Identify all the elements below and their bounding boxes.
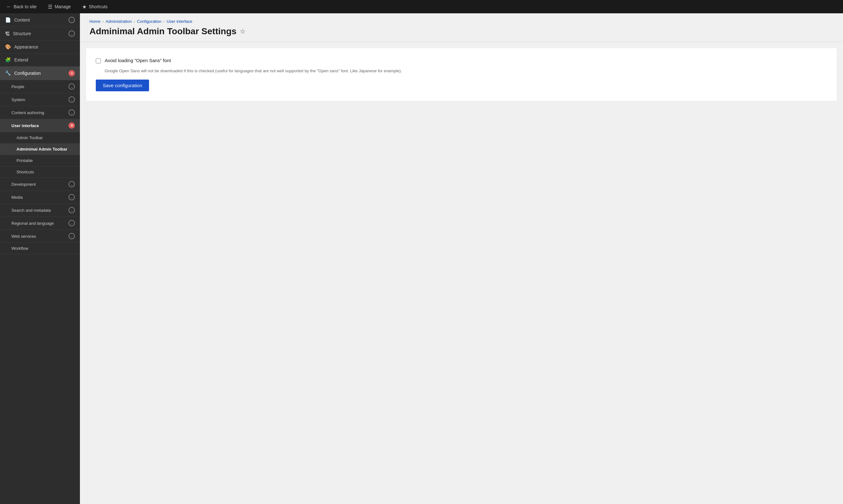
sidebar-item-web-services[interactable]: Web services ⌄ [0,230,80,243]
breadcrumb: Home › Administration › Configuration › … [89,19,833,24]
development-chevron-icon: ⌄ [69,181,75,187]
avoid-font-checkbox[interactable] [96,58,101,64]
sidebar-item-structure[interactable]: 🏗 Structure ⌄ [0,27,80,40]
user-interface-close-icon[interactable]: ✕ [69,122,75,129]
sidebar-item-content-authoring[interactable]: Content authoring ⌄ [0,106,80,119]
appearance-icon: 🎨 [5,44,11,50]
avoid-font-row: Avoid loading "Open Sans" font [96,58,827,64]
back-to-site-button[interactable]: ← Back to site [4,2,39,11]
sidebar-item-workflow[interactable]: Workflow [0,243,80,254]
sidebar: 📄 Content ⌄ 🏗 Structure ⌄ 🎨 Appearance [0,13,80,504]
breadcrumb-user-interface[interactable]: User interface [166,19,192,24]
page-content: Avoid loading "Open Sans" font Google Op… [86,48,837,101]
sidebar-item-admin-toolbar[interactable]: Admin Toolbar [0,132,80,144]
web-services-chevron-icon: ⌄ [69,233,75,239]
sidebar-item-printable[interactable]: Printable [0,155,80,166]
save-configuration-button[interactable]: Save configuration [96,79,149,91]
sidebar-item-search-and-metadata[interactable]: Search and metadata ⌄ [0,204,80,217]
content-authoring-chevron-icon: ⌄ [69,109,75,116]
configuration-icon: 🔧 [5,70,11,76]
sidebar-item-people[interactable]: People ⌄ [0,80,80,93]
extend-icon: 🧩 [5,57,11,63]
favorite-star-icon[interactable]: ☆ [240,28,245,35]
content-area: Home › Administration › Configuration › … [80,13,843,504]
manage-icon: ☰ [48,4,52,10]
back-icon: ← [6,4,12,10]
main-layout: 📄 Content ⌄ 🏗 Structure ⌄ 🎨 Appearance [0,13,843,504]
content-chevron-icon: ⌄ [69,17,75,23]
search-metadata-chevron-icon: ⌄ [69,207,75,213]
sidebar-item-media[interactable]: Media ⌄ [0,191,80,204]
sidebar-item-system[interactable]: System ⌄ [0,93,80,106]
manage-button[interactable]: ☰ Manage [45,2,73,11]
breadcrumb-home[interactable]: Home [89,19,101,24]
regional-language-chevron-icon: ⌄ [69,220,75,226]
media-chevron-icon: ⌄ [69,194,75,200]
shortcuts-button[interactable]: ★ Shortcuts [80,2,110,11]
page-title: Adminimal Admin Toolbar Settings ☆ [89,26,833,36]
structure-icon: 🏗 [5,31,10,36]
sidebar-item-shortcuts[interactable]: Shortcuts [0,166,80,178]
breadcrumb-configuration[interactable]: Configuration [137,19,161,24]
sidebar-item-appearance[interactable]: 🎨 Appearance [0,40,80,54]
breadcrumb-administration[interactable]: Administration [106,19,131,24]
sidebar-item-adminimal-admin-toolbar[interactable]: Adminimal Admin Toolbar [0,144,80,155]
page-header: Home › Administration › Configuration › … [80,13,843,42]
structure-chevron-icon: ⌄ [69,31,75,37]
sidebar-item-regional-and-language[interactable]: Regional and language ⌄ [0,217,80,230]
sidebar-item-user-interface[interactable]: User interface ✕ [0,119,80,132]
system-chevron-icon: ⌄ [69,96,75,103]
people-chevron-icon: ⌄ [69,83,75,90]
sidebar-item-configuration[interactable]: 🔧 Configuration ✕ [0,67,80,80]
sidebar-item-development[interactable]: Development ⌄ [0,178,80,191]
shortcuts-star-icon: ★ [82,4,87,10]
top-bar: ← Back to site ☰ Manage ★ Shortcuts [0,0,843,13]
sidebar-item-content[interactable]: 📄 Content ⌄ [0,13,80,27]
configuration-close-icon[interactable]: ✕ [69,70,75,76]
content-icon: 📄 [5,17,11,23]
avoid-font-description: Google Open Sans will not be downloaded … [96,69,827,73]
avoid-font-label: Avoid loading "Open Sans" font [105,58,171,63]
sidebar-item-extend[interactable]: 🧩 Extend [0,54,80,67]
